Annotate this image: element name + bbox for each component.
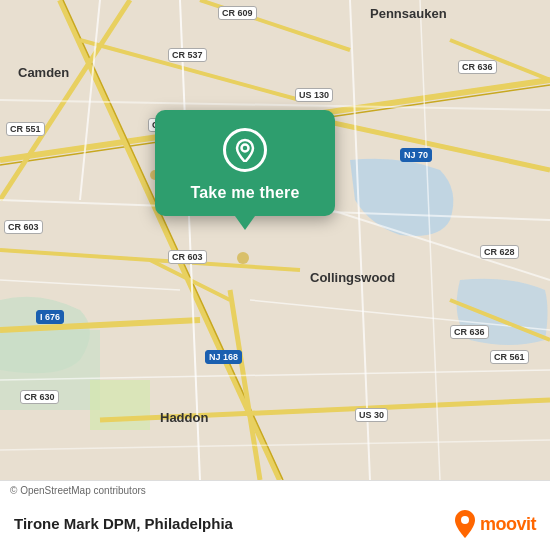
place-name: Tirone Mark DPM, Philadelphia — [14, 515, 233, 532]
map-label-pennsauken: Pennsauken — [370, 6, 447, 21]
road-badge-cr636-se: CR 636 — [450, 325, 489, 339]
road-badge-cr551: CR 551 — [6, 122, 45, 136]
road-badge-cr630: CR 630 — [20, 390, 59, 404]
road-badge-cr628: CR 628 — [480, 245, 519, 259]
bottom-bar: © OpenStreetMap contributors Tirone Mark… — [0, 480, 550, 550]
moovit-logo: moovit — [454, 510, 536, 538]
svg-point-32 — [461, 516, 469, 524]
road-badge-i676: I 676 — [36, 310, 64, 324]
map-container: Pennsauken Camden Collingswood Haddon CR… — [0, 0, 550, 480]
moovit-pin-icon — [454, 510, 476, 538]
svg-rect-2 — [90, 380, 150, 430]
map-label-camden: Camden — [18, 65, 69, 80]
road-badge-cr603-e: CR 603 — [168, 250, 207, 264]
road-badge-us30: US 30 — [355, 408, 388, 422]
map-label-collingswood: Collingswood — [310, 270, 395, 285]
road-badge-cr561: CR 561 — [490, 350, 529, 364]
svg-point-31 — [242, 145, 249, 152]
road-badge-cr636-ne: CR 636 — [458, 60, 497, 74]
road-badge-cr537: CR 537 — [168, 48, 207, 62]
moovit-text: moovit — [480, 514, 536, 535]
take-me-there-button[interactable]: Take me there — [190, 184, 299, 202]
road-badge-nj70: NJ 70 — [400, 148, 432, 162]
road-badge-us130: US 130 — [295, 88, 333, 102]
location-icon — [223, 128, 267, 172]
location-popup: Take me there — [155, 110, 335, 216]
road-badge-nj168: NJ 168 — [205, 350, 242, 364]
copyright-text: © OpenStreetMap contributors — [10, 485, 146, 496]
svg-point-29 — [237, 252, 249, 264]
road-badge-cr603-w: CR 603 — [4, 220, 43, 234]
map-label-haddon: Haddon — [160, 410, 208, 425]
road-badge-cr609: CR 609 — [218, 6, 257, 20]
